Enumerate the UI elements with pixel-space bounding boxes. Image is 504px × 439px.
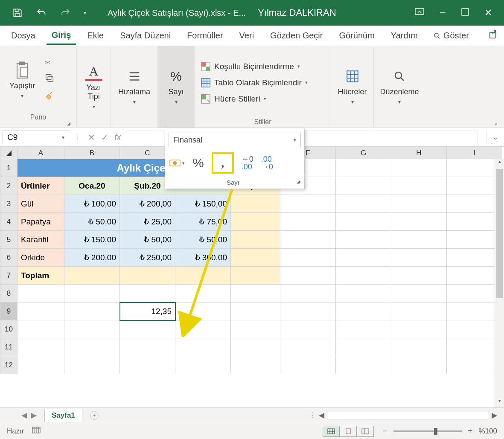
row-header[interactable]: 2 (0, 177, 17, 195)
name-box[interactable]: C9 ▾ (3, 131, 69, 144)
cell-styles-button[interactable]: Hücre Stilleri▾ (201, 94, 308, 104)
scroll-left-icon[interactable]: ◀ (319, 411, 324, 420)
zoom-level[interactable]: %100 (479, 427, 497, 436)
percent-format-icon[interactable]: % (192, 156, 204, 170)
conditional-formatting-button[interactable]: Koşullu Biçimlendirme▾ (201, 61, 308, 72)
add-sheet-icon[interactable]: + (90, 411, 99, 420)
row-header[interactable]: 5 (0, 231, 17, 249)
tab-giris[interactable]: Giriş (47, 27, 76, 45)
vertical-scrollbar[interactable]: ▴▾ (495, 159, 504, 407)
total-label[interactable]: Toplam (17, 267, 64, 285)
tab-sayfa-duzeni[interactable]: Sayfa Düzeni (115, 27, 176, 44)
total-cell[interactable] (231, 249, 280, 267)
data-cell[interactable]: ₺ 25,00 (120, 213, 175, 231)
format-painter-icon[interactable] (45, 91, 54, 102)
zoom-slider[interactable] (393, 430, 462, 432)
total-cell[interactable] (231, 267, 280, 285)
product-name[interactable]: Papatya (17, 213, 64, 231)
font-button[interactable]: A Yazı Tipi ▾ (82, 61, 106, 112)
editing-button[interactable]: Düzenleme ▾ (376, 65, 422, 108)
tab-gorunum[interactable]: Görünüm (334, 27, 379, 44)
macro-record-icon[interactable] (32, 427, 41, 436)
view-page-layout-icon[interactable] (340, 426, 357, 437)
dialog-launcher-pano[interactable]: ◢ (6, 121, 70, 126)
share-icon[interactable] (489, 30, 498, 42)
view-page-break-icon[interactable] (357, 426, 374, 437)
data-cell[interactable]: ₺ 50,00 (120, 231, 175, 249)
zoom-in-icon[interactable]: + (468, 426, 473, 436)
increase-decimal-icon[interactable]: ←0.00 (242, 155, 253, 171)
data-cell[interactable]: ₺ 100,00 (64, 195, 120, 213)
row-header[interactable]: 1 (0, 159, 17, 177)
minimize-icon[interactable]: − (440, 6, 446, 20)
number-format-dropdown[interactable]: Finansal ▾ (169, 133, 301, 147)
alignment-button[interactable]: Hizalama ▾ (115, 65, 154, 108)
horizontal-scrollbar[interactable] (327, 412, 489, 419)
product-name[interactable]: Orkide (17, 249, 64, 267)
data-cell[interactable]: ₺ 300,00 (175, 249, 231, 267)
copy-icon[interactable] (45, 73, 54, 84)
col-header[interactable]: H (391, 147, 447, 159)
total-cell[interactable] (64, 267, 120, 285)
total-cell[interactable] (120, 267, 175, 285)
col-header[interactable]: B (64, 147, 120, 159)
tab-ekle[interactable]: Ekle (82, 27, 109, 44)
dialog-launcher-sayi[interactable]: ◢ (297, 179, 300, 186)
sheet-tab[interactable]: Sayfa1 (44, 409, 82, 422)
row-header[interactable]: 4 (0, 213, 17, 231)
format-as-table-button[interactable]: Tablo Olarak Biçimlendir▾ (201, 78, 308, 88)
header-month[interactable]: Oca.20 (64, 177, 120, 195)
select-all-button[interactable]: ◢ (0, 147, 17, 159)
next-sheet-icon[interactable]: ▶ (31, 411, 37, 420)
tab-formuller[interactable]: Formüller (182, 27, 228, 44)
collapse-ribbon-icon[interactable]: ˄ (494, 122, 498, 131)
tab-gozden-gecir[interactable]: Gözden Geçir (265, 27, 328, 44)
data-cell[interactable]: ₺ 250,00 (120, 249, 175, 267)
cut-icon[interactable]: ✂ (45, 58, 54, 67)
row-header[interactable]: 8 (0, 285, 17, 302)
tell-me[interactable]: Göster (433, 31, 469, 41)
data-cell[interactable]: ₺ 75,00 (175, 213, 231, 231)
number-button[interactable]: % Sayı ▾ (164, 65, 188, 108)
data-cell[interactable]: ₺ 200,00 (120, 195, 175, 213)
decrease-decimal-icon[interactable]: .00→0 (261, 155, 273, 171)
scroll-right-icon[interactable]: ▶ (492, 411, 497, 420)
ribbon-options-icon[interactable] (415, 8, 424, 18)
fx-icon[interactable]: fx (114, 132, 121, 142)
maximize-icon[interactable] (461, 8, 469, 18)
active-cell[interactable]: 12,35 (120, 302, 175, 320)
col-header[interactable]: A (17, 147, 64, 159)
row-header[interactable]: 9 (0, 302, 17, 320)
total-cell[interactable] (231, 213, 280, 231)
paste-button[interactable]: Yapıştır ▾ (6, 59, 39, 102)
row-header[interactable]: 7 (0, 267, 17, 285)
close-icon[interactable]: ✕ (484, 7, 492, 18)
expand-formula-bar-icon[interactable]: ⌄ (487, 131, 504, 144)
product-name[interactable]: Karanfil (17, 231, 64, 249)
cells-button[interactable]: Hücreler ▾ (334, 65, 370, 108)
row-header[interactable]: 11 (0, 338, 17, 356)
undo-icon[interactable] (36, 7, 47, 18)
total-cell[interactable] (175, 267, 231, 285)
col-header[interactable]: G (336, 147, 391, 159)
total-cell[interactable] (231, 231, 280, 249)
zoom-out-icon[interactable]: − (382, 426, 387, 436)
row-header[interactable]: 12 (0, 356, 17, 374)
col-header[interactable]: I (447, 147, 502, 159)
tab-veri[interactable]: Veri (234, 27, 259, 44)
cancel-icon[interactable]: ✕ (88, 132, 95, 142)
enter-icon[interactable]: ✓ (101, 132, 108, 142)
data-cell[interactable]: ₺ 50,00 (64, 213, 120, 231)
row-header[interactable]: 10 (0, 320, 17, 338)
total-cell[interactable] (231, 195, 280, 213)
save-icon[interactable] (12, 7, 23, 18)
header-urunler[interactable]: Ürünler (17, 177, 64, 195)
row-header[interactable]: 3 (0, 195, 17, 213)
prev-sheet-icon[interactable]: ◀ (21, 411, 27, 420)
view-normal-icon[interactable] (323, 426, 340, 437)
accounting-format-icon[interactable]: ▾ (169, 159, 185, 167)
data-cell[interactable]: ₺ 50,00 (175, 231, 231, 249)
tab-yardim[interactable]: Yardım (386, 27, 423, 44)
data-cell[interactable]: ₺ 200,00 (64, 249, 120, 267)
tab-dosya[interactable]: Dosya (6, 27, 41, 44)
